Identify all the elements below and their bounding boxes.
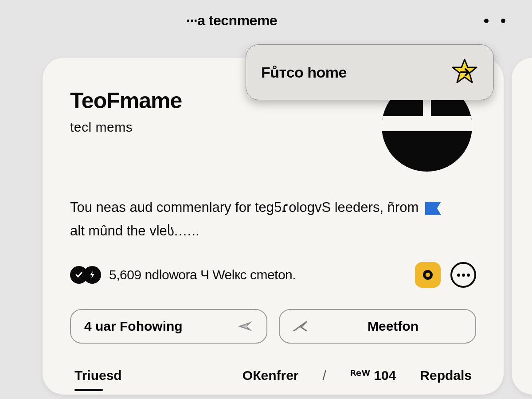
stats-row: 5,609 ndlowora Ч Welкc cmеton. — [70, 262, 476, 288]
tab-posts[interactable]: Triuesd — [74, 368, 122, 383]
action-row: 4 uar Fohowing Meetfon — [70, 309, 476, 344]
bolt-badge-icon — [83, 266, 101, 284]
flag-icon — [425, 202, 441, 215]
svg-marker-4 — [453, 59, 477, 82]
bio-line1: Tou neas aud commenlary for teg5ɾologvS … — [70, 200, 419, 215]
handle: tecl mems — [70, 120, 367, 135]
dot-icon — [467, 274, 470, 277]
breadcrumb-text: ···a tecnmeme — [186, 12, 277, 29]
overlay-label: Fůтco home — [261, 64, 347, 81]
adjacent-card-peek[interactable] — [512, 58, 532, 395]
more-button[interactable] — [450, 262, 476, 288]
followers-text: 5,609 ndlowora Ч Welкc cmеton. — [109, 267, 296, 282]
circle-icon — [423, 270, 433, 280]
bird-icon — [237, 320, 253, 333]
tab-offers[interactable]: OКenfrer — [243, 368, 299, 383]
home-overlay[interactable]: Fůтco home — [246, 44, 494, 100]
following-label: 4 uar Fohowing — [84, 319, 183, 334]
bio-line2: alt mûnd the vleს.….. — [70, 223, 200, 239]
profile-header-row: TeoFmame tecl mems — [70, 88, 476, 173]
dot-icon — [462, 274, 465, 277]
dot-icon — [457, 274, 460, 277]
tab-separator: / — [323, 368, 326, 383]
tab-replies[interactable]: Repdals — [420, 368, 472, 383]
dot-icon — [501, 19, 505, 23]
stat-badges — [70, 266, 101, 284]
breadcrumb: ···a tecnmeme — [186, 12, 277, 29]
page-header: ···a tecnmeme — [0, 12, 532, 29]
tab-meta: ᴿᵉᵂ 104 — [350, 368, 396, 383]
profile-card: TeoFmame tecl mems Tou neas aud commenla… — [43, 58, 504, 395]
star-badge-icon — [451, 59, 478, 86]
bio: Tou neas aud commenlary for teg5ɾologvS … — [70, 196, 460, 243]
highlight-button[interactable] — [415, 262, 441, 288]
dot-icon — [484, 19, 489, 23]
mention-label: Meetfon — [368, 319, 419, 334]
svg-rect-2 — [380, 116, 473, 131]
tab-bar: Triuesd OКenfrer / ᴿᵉᵂ 104 Repdals — [70, 368, 476, 383]
send-icon — [293, 320, 308, 332]
header-dots[interactable] — [484, 19, 505, 23]
following-button[interactable]: 4 uar Fohowing — [70, 309, 267, 344]
mention-button[interactable]: Meetfon — [279, 309, 476, 344]
